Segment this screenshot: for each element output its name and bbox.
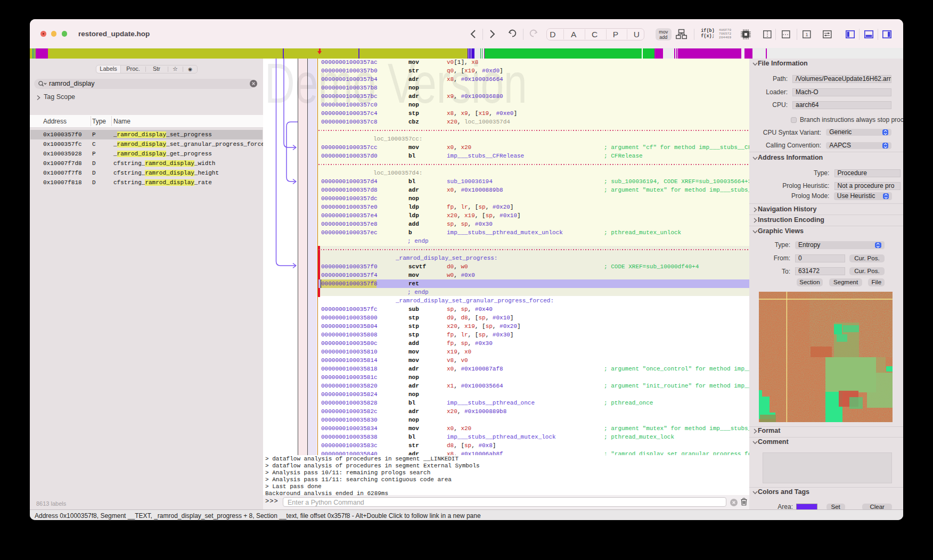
svg-text:1: 1 bbox=[805, 32, 808, 37]
